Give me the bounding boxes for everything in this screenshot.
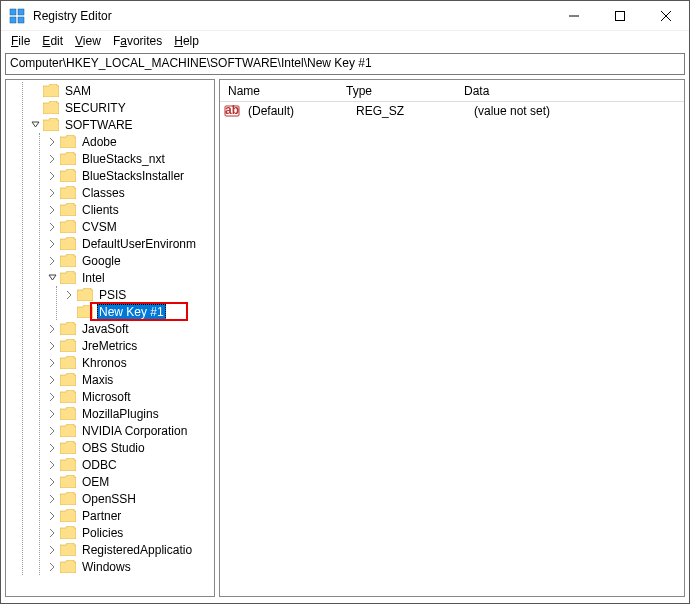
folder-icon (60, 509, 76, 522)
folder-icon (60, 441, 76, 454)
app-icon (9, 8, 25, 24)
folder-icon (60, 560, 76, 573)
chevron-right-icon[interactable] (46, 442, 58, 454)
tree-label: SAM (63, 84, 93, 98)
close-button[interactable] (643, 1, 689, 30)
tree-node-microsoft[interactable]: Microsoft (46, 388, 214, 405)
tree-node-cvsm[interactable]: CVSM (46, 218, 214, 235)
tree-node-google[interactable]: Google (46, 252, 214, 269)
tree-label: Google (80, 254, 123, 268)
list-row[interactable]: ab (Default) REG_SZ (value not set) (220, 102, 684, 120)
chevron-right-icon[interactable] (46, 510, 58, 522)
chevron-right-icon[interactable] (63, 289, 75, 301)
chevron-right-icon[interactable] (46, 204, 58, 216)
folder-icon (60, 339, 76, 352)
chevron-right-icon[interactable] (46, 425, 58, 437)
tree-node-javasoft[interactable]: JavaSoft (46, 320, 214, 337)
tree-label: PSIS (97, 288, 128, 302)
tree-node-openssh[interactable]: OpenSSH (46, 490, 214, 507)
tree-node-bluestacks-nxt[interactable]: BlueStacks_nxt (46, 150, 214, 167)
chevron-right-icon[interactable] (46, 136, 58, 148)
tree-node-obs-studio[interactable]: OBS Studio (46, 439, 214, 456)
tree-node-psis[interactable]: PSIS (63, 286, 214, 303)
tree-node-intel[interactable]: Intel (46, 269, 214, 286)
tree-node-mozillaplugins[interactable]: MozillaPlugins (46, 405, 214, 422)
chevron-right-icon[interactable] (46, 408, 58, 420)
tree-label: JreMetrics (80, 339, 139, 353)
chevron-right-icon[interactable] (46, 527, 58, 539)
folder-icon (60, 492, 76, 505)
menu-help[interactable]: Help (168, 32, 205, 50)
folder-icon (60, 203, 76, 216)
maximize-button[interactable] (597, 1, 643, 30)
tree-label: Classes (80, 186, 127, 200)
chevron-right-icon[interactable] (46, 170, 58, 182)
tree-node-bluestacksinstaller[interactable]: BlueStacksInstaller (46, 167, 214, 184)
tree-node-windows[interactable]: Windows (46, 558, 214, 575)
tree-pane[interactable]: SAM SECURITY SOFTWARE Adobe BlueStacks_n… (5, 79, 215, 597)
tree-label: ODBC (80, 458, 119, 472)
list-pane[interactable]: Name Type Data ab (Default) REG_SZ (valu… (219, 79, 685, 597)
folder-icon (60, 458, 76, 471)
chevron-right-icon[interactable] (46, 493, 58, 505)
chevron-right-icon[interactable] (46, 561, 58, 573)
tree-node-registeredapplications[interactable]: RegisteredApplicatio (46, 541, 214, 558)
chevron-right-icon[interactable] (46, 357, 58, 369)
tree-node-khronos[interactable]: Khronos (46, 354, 214, 371)
chevron-right-icon[interactable] (46, 374, 58, 386)
tree-node-adobe[interactable]: Adobe (46, 133, 214, 150)
chevron-right-icon[interactable] (46, 255, 58, 267)
folder-icon (60, 475, 76, 488)
chevron-right-icon[interactable] (46, 238, 58, 250)
chevron-right-icon[interactable] (46, 340, 58, 352)
tree-node-clients[interactable]: Clients (46, 201, 214, 218)
chevron-right-icon[interactable] (46, 153, 58, 165)
column-header-type[interactable]: Type (338, 80, 456, 101)
tree-node-security[interactable]: SECURITY (29, 99, 214, 116)
tree-node-nvidia-corporation[interactable]: NVIDIA Corporation (46, 422, 214, 439)
minimize-button[interactable] (551, 1, 597, 30)
tree-node-odbc[interactable]: ODBC (46, 456, 214, 473)
tree-node-software[interactable]: SOFTWARE (29, 116, 214, 133)
address-bar[interactable]: Computer\HKEY_LOCAL_MACHINE\SOFTWARE\Int… (5, 53, 685, 75)
tree-label: Khronos (80, 356, 129, 370)
chevron-right-icon[interactable] (46, 459, 58, 471)
tree-node-oem[interactable]: OEM (46, 473, 214, 490)
chevron-right-icon[interactable] (46, 187, 58, 199)
tree-label: SOFTWARE (63, 118, 135, 132)
tree-label: OpenSSH (80, 492, 138, 506)
folder-icon (60, 424, 76, 437)
chevron-right-icon[interactable] (46, 391, 58, 403)
menu-view[interactable]: View (69, 32, 107, 50)
tree-label: RegisteredApplicatio (80, 543, 194, 557)
tree-label: Clients (80, 203, 121, 217)
tree-node-sam[interactable]: SAM (29, 82, 214, 99)
menu-favorites[interactable]: Favorites (107, 32, 168, 50)
column-header-data[interactable]: Data (456, 80, 684, 101)
column-header-name[interactable]: Name (220, 80, 338, 101)
tree-node-partner[interactable]: Partner (46, 507, 214, 524)
menu-file[interactable]: File (5, 32, 36, 50)
folder-icon (60, 152, 76, 165)
chevron-right-icon[interactable] (46, 544, 58, 556)
folder-icon (43, 118, 59, 131)
tree-node-maxis[interactable]: Maxis (46, 371, 214, 388)
tree-node-classes[interactable]: Classes (46, 184, 214, 201)
tree-label: SECURITY (63, 101, 128, 115)
folder-icon (60, 373, 76, 386)
tree-node-jremetrics[interactable]: JreMetrics (46, 337, 214, 354)
chevron-right-icon[interactable] (46, 323, 58, 335)
value-name: (Default) (244, 104, 352, 118)
folder-icon (43, 84, 59, 97)
chevron-right-icon[interactable] (46, 476, 58, 488)
value-data: (value not set) (470, 104, 684, 118)
menu-edit[interactable]: Edit (36, 32, 69, 50)
tree-node-newkey1[interactable]: New Key #1 (63, 303, 214, 320)
chevron-right-icon[interactable] (46, 221, 58, 233)
string-value-icon: ab (224, 103, 240, 119)
chevron-down-icon[interactable] (46, 272, 58, 284)
tree-node-policies[interactable]: Policies (46, 524, 214, 541)
chevron-down-icon[interactable] (29, 119, 41, 131)
tree-node-defaultuserenvironment[interactable]: DefaultUserEnvironm (46, 235, 214, 252)
tree-label: Intel (80, 271, 107, 285)
